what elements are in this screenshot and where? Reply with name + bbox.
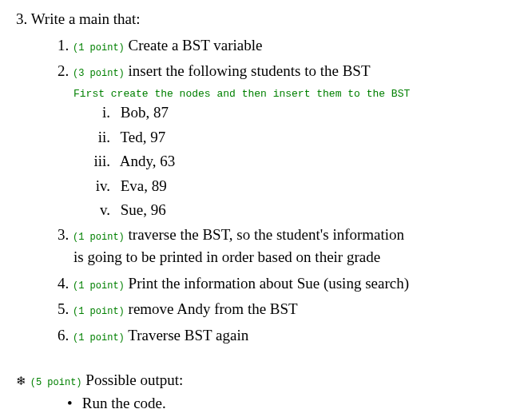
sub-text-5: remove Andy from the BST bbox=[129, 300, 298, 317]
student-row-4: iv. Eva, 89 bbox=[88, 175, 516, 198]
main-question: 3. Write a main that: bbox=[16, 8, 516, 31]
students-list: i. Bob, 87 ii. Ted, 97 iii. Andy, 63 iv.… bbox=[88, 101, 516, 222]
points-4: (1 point) bbox=[73, 280, 125, 292]
student-row-3: iii. Andy, 63 bbox=[88, 150, 516, 173]
output-points: (5 point) bbox=[30, 377, 82, 388]
output-section: ❄ (5 point) Possible output: • Run the c… bbox=[16, 369, 516, 413]
sub-text-1: Create a BST variable bbox=[129, 37, 263, 54]
points-6: (1 point) bbox=[73, 332, 125, 344]
sub-item-6: 6. (1 point) Traverse BST again bbox=[58, 324, 516, 347]
sub-text-6: Traverse BST again bbox=[128, 327, 248, 344]
sub-item-3: 3. (1 point) traverse the BST, so the st… bbox=[58, 224, 516, 269]
sub-number-4: 4. bbox=[58, 275, 69, 292]
sub-number-1: 1. bbox=[58, 37, 69, 54]
roman-marker-2: ii. bbox=[88, 126, 110, 149]
sub-text-3-cont: is going to be printed in order based on… bbox=[73, 246, 516, 269]
roman-marker-4: iv. bbox=[88, 175, 110, 198]
roman-marker-3: iii. bbox=[88, 150, 110, 173]
roman-marker-5: v. bbox=[88, 199, 110, 222]
output-bullets: • Run the code. • Get a screenshot of th… bbox=[67, 392, 516, 414]
sub-number-6: 6. bbox=[58, 327, 69, 344]
note-text: First create the nodes and then insert t… bbox=[73, 86, 516, 102]
student-row-2: ii. Ted, 97 bbox=[88, 126, 516, 149]
points-5: (1 point) bbox=[73, 306, 125, 317]
roman-marker-1: i. bbox=[88, 101, 110, 125]
student-text-2: Ted, 97 bbox=[120, 129, 165, 145]
student-text-1: Bob, 87 bbox=[121, 104, 169, 121]
sub-item-5: 5. (1 point) remove Andy from the BST bbox=[58, 298, 516, 321]
gear-icon: ❄ bbox=[16, 372, 26, 391]
student-text-5: Sue, 96 bbox=[121, 201, 166, 218]
student-row-1: i. Bob, 87 bbox=[88, 101, 516, 125]
bullet-1: • Run the code. bbox=[67, 392, 516, 414]
sub-text-4: Print the information about Sue (using s… bbox=[129, 275, 409, 292]
bullet-marker-1: • bbox=[67, 392, 78, 414]
sub-text-2: insert the following students to the BST bbox=[129, 62, 371, 79]
sub-number-3: 3. bbox=[58, 226, 69, 243]
main-number: 3. bbox=[16, 10, 27, 27]
sub-item-4: 4. (1 point) Print the information about… bbox=[58, 272, 516, 296]
sub-list: 1. (1 point) Create a BST variable 2. (3… bbox=[58, 34, 516, 347]
main-text: Write a main that: bbox=[31, 10, 141, 27]
student-row-5: v. Sue, 96 bbox=[88, 199, 516, 222]
sub-number-5: 5. bbox=[58, 300, 69, 317]
sub-item-2: 2. (3 point) insert the following studen… bbox=[58, 60, 516, 83]
sub-item-1: 1. (1 point) Create a BST variable bbox=[58, 34, 516, 58]
student-text-4: Eva, 89 bbox=[121, 177, 167, 194]
output-label: Possible output: bbox=[85, 371, 183, 388]
bullet-text-1: Run the code. bbox=[82, 395, 166, 411]
points-3: (1 point) bbox=[73, 232, 125, 243]
points-2: (3 point) bbox=[73, 68, 125, 79]
sub-number-2: 2. bbox=[58, 62, 69, 79]
sub-text-3: traverse the BST, so the student's infor… bbox=[129, 226, 405, 243]
points-1: (1 point) bbox=[73, 42, 125, 54]
student-text-3: Andy, 63 bbox=[120, 153, 176, 169]
